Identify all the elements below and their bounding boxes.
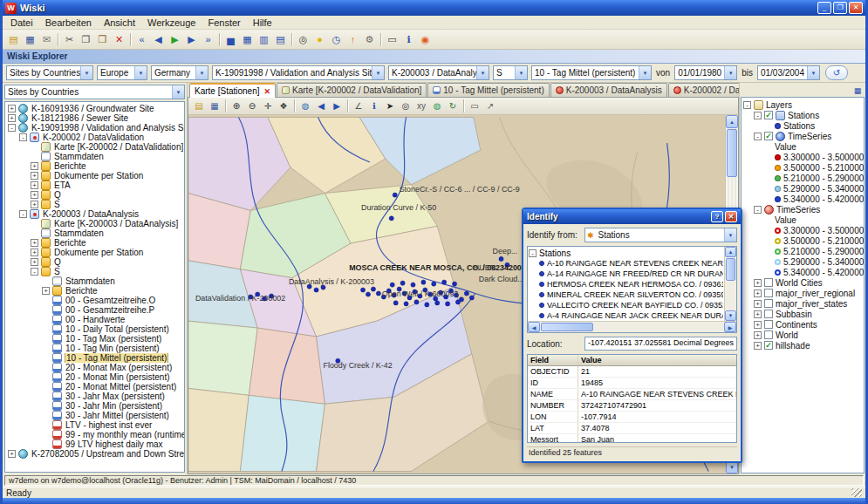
tree-item[interactable]: Stammdaten [5, 228, 184, 238]
tab-3[interactable]: 10 - Tag Mittel (persistent) [427, 83, 549, 97]
station-dot[interactable] [389, 216, 393, 221]
maximize-button[interactable]: ❐ [833, 2, 847, 14]
chevron-down-icon[interactable] [807, 66, 819, 79]
tree-item[interactable]: +Berichte [5, 238, 184, 248]
identify-table-row[interactable]: LAT37.4078 [528, 423, 736, 434]
identify-list-item[interactable]: HERMOSA CREEK NEAR HERMOSA CO. / 0936100… [529, 279, 723, 289]
chevron-down-icon[interactable] [476, 66, 489, 79]
menu-ansicht[interactable]: Ansicht [98, 17, 141, 29]
zoom-extent-icon[interactable]: ✛ [260, 99, 276, 113]
tree-item[interactable]: -K-19091998 / Validation and Analysis Si… [5, 123, 184, 133]
collapse-icon[interactable]: - [31, 268, 38, 276]
tree-item[interactable]: 30 - Jahr Min (persistent) [5, 401, 184, 411]
copy-icon[interactable]: ❐ [78, 31, 94, 47]
tree-item[interactable]: 99 LTV highest daily max [5, 439, 184, 449]
station-dot[interactable] [455, 300, 460, 304]
tree-item[interactable]: 00 - Handwerte [5, 315, 184, 324]
gauge-icon[interactable]: ● [311, 31, 328, 47]
identify-list-item[interactable]: VALLECITO CREEK NEAR BAYFIELD CO. / 0935… [529, 300, 723, 310]
identify-table-row[interactable]: MessortSan Juan [528, 434, 736, 443]
identify-from-combo[interactable]: ✱ Stations [584, 228, 737, 242]
nav-last-icon[interactable]: » [200, 31, 216, 47]
tree-item[interactable]: +K-27082005 / Upstream and Down Stream .… [5, 449, 184, 459]
resize-grip[interactable] [851, 488, 862, 497]
expand-icon[interactable]: + [31, 239, 38, 247]
layer-item[interactable]: +Continents [742, 319, 864, 330]
station-dot[interactable] [469, 296, 474, 300]
identify-list-item[interactable]: A-10 RAINGAGE NEAR STEVENS CREEK NEAR DU… [529, 258, 723, 269]
layer-checkbox[interactable]: ✓ [764, 132, 773, 140]
tree-item[interactable]: 20 - Monat Mittel (persistent) [5, 382, 184, 392]
layer-item[interactable]: +major_river_states [742, 298, 864, 309]
station-dot[interactable] [390, 283, 394, 287]
collapse-icon[interactable]: - [8, 124, 16, 132]
expand-icon[interactable]: + [754, 279, 762, 287]
filter-sites-combo[interactable]: Sites by Countries [6, 65, 93, 80]
tree-item[interactable]: +Q [5, 257, 184, 267]
tree-item[interactable]: -S [5, 267, 184, 276]
field-column-header[interactable]: Field [528, 355, 578, 365]
identify-list-hscrollbar[interactable] [528, 321, 736, 332]
expand-icon[interactable]: + [31, 172, 38, 180]
scroll-up-icon[interactable] [726, 115, 738, 128]
clock-icon[interactable]: ◷ [328, 31, 345, 47]
layer-checkbox[interactable] [764, 299, 773, 308]
layer-checkbox[interactable]: ✓ [764, 111, 773, 119]
tree-item[interactable]: +Dokumente per Station [5, 171, 184, 180]
station-dot[interactable] [393, 301, 398, 305]
nav-prev-icon[interactable]: ◀ [150, 31, 167, 47]
world-icon[interactable]: ◍ [429, 99, 445, 113]
expand-icon[interactable]: + [8, 114, 16, 122]
identify-table-row[interactable]: ID19485 [528, 378, 736, 389]
scrollbar-thumb[interactable] [726, 258, 735, 281]
export-map-icon[interactable]: ↗ [482, 99, 498, 113]
layer-item[interactable]: 3.500000 - 5.210000 [742, 235, 864, 246]
refresh-icon[interactable]: ↻ [445, 99, 461, 113]
expand-icon[interactable]: + [754, 321, 762, 329]
expand-icon[interactable]: + [8, 105, 16, 112]
graph-icon[interactable]: ▅ [222, 31, 239, 47]
station-dot[interactable] [425, 303, 429, 307]
close-button[interactable]: ✕ [849, 2, 863, 14]
upload-icon[interactable]: ↑ [345, 31, 361, 47]
save-map-icon[interactable]: ▦ [207, 99, 222, 113]
zoom-in-icon[interactable]: ⊕ [229, 99, 244, 113]
station-dot[interactable] [321, 285, 325, 289]
tree-item[interactable]: +Berichte [5, 286, 184, 296]
play-icon[interactable]: ▶ [167, 31, 183, 47]
menu-werkzeuge[interactable]: Werkzeuge [141, 17, 202, 29]
expand-icon[interactable]: + [31, 181, 38, 189]
expand-icon[interactable]: + [8, 450, 16, 458]
collapse-icon[interactable]: - [754, 112, 762, 119]
collapse-icon[interactable]: - [743, 101, 751, 109]
cut-icon[interactable]: ✂ [61, 31, 78, 47]
tree-item[interactable]: Karte [K-200002 / DataValidation] [5, 142, 184, 152]
expand-icon[interactable]: + [754, 342, 762, 350]
expand-icon[interactable]: + [754, 289, 762, 297]
delete-icon[interactable]: ✕ [111, 31, 127, 47]
chevron-down-icon[interactable] [134, 66, 147, 79]
layer-checkbox[interactable] [764, 278, 773, 287]
expand-icon[interactable]: + [754, 331, 762, 339]
location-field[interactable]: -107.420151 37.025581 Decimal Degrees [584, 337, 737, 351]
station-dot[interactable] [371, 287, 375, 291]
paste-icon[interactable]: ❒ [94, 31, 111, 47]
tree-item[interactable]: +ETA [5, 180, 184, 190]
station-dot[interactable] [464, 291, 468, 296]
globe-icon[interactable]: ◍ [297, 99, 313, 113]
filter-reset-button[interactable]: ↺ [825, 65, 848, 80]
tree-item[interactable]: 99 - my monthly mean (runtime... [5, 430, 184, 439]
tree-item[interactable]: LTV - highest inst ever [5, 420, 184, 430]
taskbar-edge[interactable] [3, 498, 865, 504]
layer-checkbox[interactable] [764, 320, 773, 329]
station-dot[interactable] [400, 281, 405, 285]
collapse-icon[interactable]: - [19, 133, 27, 141]
chevron-down-icon[interactable] [195, 66, 208, 79]
layer-item[interactable]: Stations [742, 120, 864, 131]
layer-item[interactable]: Value [742, 215, 864, 225]
print-icon[interactable]: ▭ [384, 31, 400, 47]
tree-item[interactable]: +Berichte [5, 161, 184, 171]
zoom-out-icon[interactable]: ⊖ [244, 99, 260, 113]
chevron-down-icon[interactable] [80, 66, 92, 79]
layer-item[interactable]: -TimeSeries [742, 204, 864, 215]
